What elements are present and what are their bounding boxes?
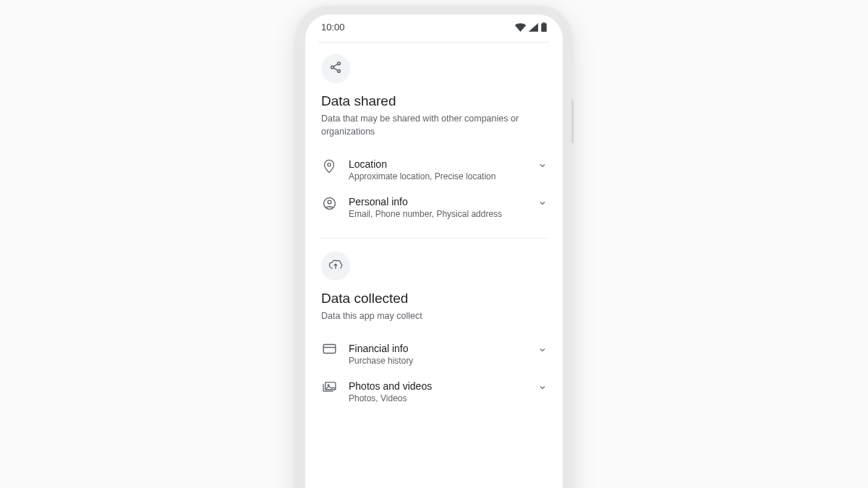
data-shared-title: Data shared xyxy=(321,93,547,109)
status-icons xyxy=(515,22,547,32)
row-subtitle: Purchase history xyxy=(349,356,527,366)
chevron-down-icon xyxy=(538,196,547,210)
svg-point-9 xyxy=(328,200,331,204)
svg-rect-11 xyxy=(323,344,336,353)
stage: 10:00 xyxy=(0,0,868,488)
svg-point-7 xyxy=(328,163,331,166)
cloud-upload-icon xyxy=(328,259,343,273)
wifi-icon xyxy=(515,23,526,32)
chevron-down-icon xyxy=(538,158,547,173)
row-subtitle: Email, Phone number, Physical address xyxy=(349,209,527,219)
power-button xyxy=(571,100,574,143)
row-title: Photos and videos xyxy=(349,380,527,392)
row-photos-videos[interactable]: Photos and videos Photos, Videos xyxy=(321,373,547,411)
row-title: Location xyxy=(349,158,527,170)
content: Data shared Data that may be shared with… xyxy=(305,43,563,411)
row-subtitle: Approximate location, Precise location xyxy=(349,171,527,181)
location-icon xyxy=(323,159,336,176)
data-collected-title: Data collected xyxy=(321,291,547,307)
row-personal-info[interactable]: Personal info Email, Phone number, Physi… xyxy=(321,189,547,226)
svg-point-4 xyxy=(338,69,341,72)
phone-frame: 10:00 xyxy=(297,6,571,489)
svg-rect-1 xyxy=(543,22,545,23)
phone-screen: 10:00 xyxy=(305,14,563,489)
svg-line-6 xyxy=(333,67,338,69)
svg-point-2 xyxy=(338,61,341,64)
cloud-icon-circle xyxy=(321,252,350,281)
svg-point-3 xyxy=(331,66,334,69)
person-icon xyxy=(323,197,336,213)
row-subtitle: Photos, Videos xyxy=(349,393,527,403)
share-icon-circle xyxy=(321,54,350,83)
section-divider xyxy=(321,238,547,239)
battery-icon xyxy=(541,22,547,32)
status-time: 10:00 xyxy=(321,22,345,33)
row-location[interactable]: Location Approximate location, Precise l… xyxy=(321,151,547,189)
status-bar: 10:00 xyxy=(305,14,563,40)
chevron-down-icon xyxy=(538,380,547,395)
svg-rect-0 xyxy=(541,23,546,32)
share-icon xyxy=(329,61,342,77)
chevron-down-icon xyxy=(538,343,547,357)
row-financial-info[interactable]: Financial info Purchase history xyxy=(321,335,547,373)
data-collected-subtitle: Data this app may collect xyxy=(321,309,547,322)
photos-icon xyxy=(323,381,336,395)
data-shared-subtitle: Data that may be shared with other compa… xyxy=(321,112,547,138)
svg-line-5 xyxy=(333,64,338,66)
row-title: Financial info xyxy=(349,343,527,354)
cellular-icon xyxy=(529,23,538,32)
credit-card-icon xyxy=(323,343,336,357)
row-title: Personal info xyxy=(349,196,527,207)
